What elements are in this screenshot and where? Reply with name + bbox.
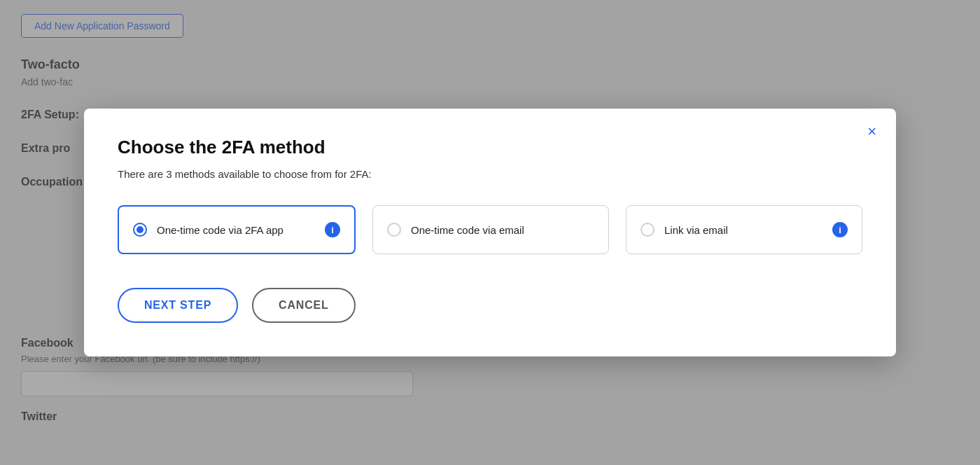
option-email-code-label: One-time code via email <box>411 224 594 236</box>
options-row: One-time code via 2FA app i One-time cod… <box>118 205 862 254</box>
radio-app <box>133 223 147 237</box>
radio-email-code <box>387 223 401 237</box>
buttons-row: NEXT STEP CANCEL <box>118 288 862 323</box>
close-button[interactable]: × <box>864 121 879 142</box>
modal-subtitle: There are 3 methods available to choose … <box>118 168 862 180</box>
option-email-link[interactable]: Link via email i <box>626 205 862 254</box>
modal-title: Choose the 2FA method <box>118 137 862 158</box>
info-app-icon[interactable]: i <box>325 222 340 237</box>
info-link-icon[interactable]: i <box>832 222 848 237</box>
option-app[interactable]: One-time code via 2FA app i <box>118 205 356 254</box>
radio-email-link <box>640 223 654 237</box>
option-app-label: One-time code via 2FA app <box>157 224 315 236</box>
modal-overlay: × Choose the 2FA method There are 3 meth… <box>0 0 980 465</box>
next-step-button[interactable]: NEXT STEP <box>118 288 238 323</box>
option-email-code[interactable]: One-time code via email <box>372 205 609 254</box>
modal-dialog: × Choose the 2FA method There are 3 meth… <box>84 109 896 356</box>
cancel-button[interactable]: CANCEL <box>252 288 355 323</box>
option-email-link-label: Link via email <box>664 224 822 236</box>
